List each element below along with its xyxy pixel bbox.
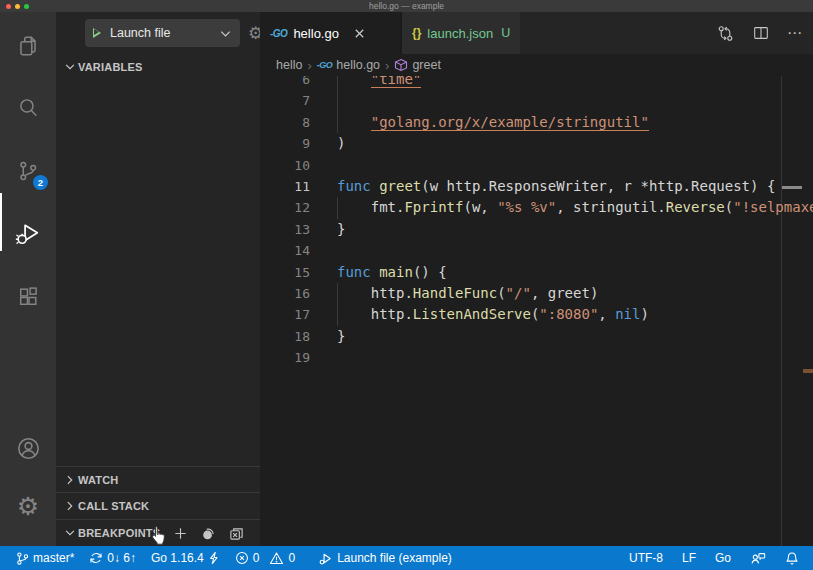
- symbol-method-icon: [394, 58, 408, 72]
- close-icon: [353, 27, 366, 40]
- code-line: 6 "time": [260, 76, 813, 90]
- window-controls[interactable]: [6, 4, 29, 9]
- split-editor-icon[interactable]: [752, 24, 770, 42]
- breadcrumb-separator: ›: [385, 58, 389, 73]
- go-file-icon: ‑GO: [317, 60, 333, 70]
- account-icon: [15, 435, 42, 462]
- sidebar-item-run-and-debug[interactable]: [0, 208, 56, 260]
- code-line: 14: [260, 240, 813, 261]
- open-changes-icon[interactable]: [716, 24, 735, 43]
- variables-empty-body: [56, 80, 260, 466]
- run-and-debug-sidebar: Launch file ⚙ VARIABLES WATCH CALL STACK: [56, 12, 260, 546]
- git-branch-icon: [15, 551, 29, 566]
- line-number: 17: [260, 304, 310, 325]
- line-number: 12: [260, 197, 310, 218]
- line-number: 15: [260, 262, 310, 283]
- overview-ruler-mark: [782, 186, 802, 189]
- sidebar-item-source-control[interactable]: 2: [0, 145, 56, 197]
- accounts-button[interactable]: [0, 422, 56, 474]
- debug-run-icon: [318, 551, 333, 566]
- chevron-down-icon: [64, 527, 76, 539]
- tab-label: launch.json: [427, 26, 493, 41]
- language-mode-status[interactable]: Go: [715, 551, 731, 565]
- run-and-debug-icon: [14, 220, 42, 248]
- close-tab-button[interactable]: [353, 27, 366, 40]
- line-number: 7: [260, 90, 310, 111]
- code-line: 10: [260, 155, 813, 176]
- close-window-button[interactable]: [6, 4, 11, 9]
- section-variables[interactable]: VARIABLES: [56, 54, 260, 80]
- warning-icon: [269, 551, 284, 565]
- line-number: 14: [260, 240, 310, 261]
- problems-status[interactable]: 0 0: [235, 551, 295, 565]
- notifications-button[interactable]: [785, 551, 799, 566]
- sidebar-item-search[interactable]: [0, 82, 56, 134]
- line-number: 18: [260, 326, 310, 347]
- configure-launch-gear-icon[interactable]: ⚙: [248, 25, 260, 42]
- line-number: 11: [260, 176, 310, 197]
- breadcrumb-folder[interactable]: hello: [276, 58, 302, 72]
- line-number: 10: [260, 155, 310, 176]
- code-line: 9): [260, 133, 813, 154]
- error-icon: [235, 551, 249, 565]
- section-label: VARIABLES: [78, 61, 143, 73]
- feedback-icon: [750, 551, 766, 566]
- launch-config-dropdown[interactable]: Launch file: [85, 19, 240, 47]
- feedback-button[interactable]: [750, 551, 766, 566]
- sidebar-item-extensions[interactable]: [0, 271, 56, 323]
- vscode-window: hello.go — example: [0, 0, 813, 570]
- section-label: WATCH: [78, 474, 119, 486]
- debug-launch-status[interactable]: Launch file (example): [318, 551, 452, 566]
- window-title: hello.go — example: [369, 1, 444, 11]
- minimize-window-button[interactable]: [15, 4, 20, 9]
- tab-label: hello.go: [293, 26, 339, 41]
- code-line: 8 "golang.org/x/example/stringutil": [260, 112, 813, 133]
- gear-icon: ⚙: [17, 494, 39, 519]
- breadcrumb: hello › ‑GO hello.go › greet: [260, 54, 813, 76]
- manage-button[interactable]: ⚙: [0, 480, 56, 532]
- launch-config-label: Launch file: [110, 26, 219, 40]
- sync-icon: [89, 551, 103, 565]
- chevron-down-icon: [64, 61, 76, 73]
- toggle-breakpoints-icon[interactable]: [201, 526, 216, 541]
- breadcrumb-symbol[interactable]: greet: [394, 58, 441, 72]
- scm-badge: 2: [33, 175, 48, 190]
- editor-group: ‑GO hello.go {} launch.json U: [260, 12, 813, 546]
- code-editor[interactable]: 6 "time"78 "golang.org/x/example/stringu…: [260, 76, 813, 546]
- git-status-untracked: U: [501, 26, 510, 40]
- tab-hello-go[interactable]: ‑GO hello.go: [260, 12, 400, 54]
- add-function-breakpoint-icon[interactable]: [173, 526, 188, 541]
- extensions-icon: [16, 285, 41, 310]
- section-breakpoints[interactable]: BREAKPOINTS: [56, 519, 260, 546]
- section-label: CALL STACK: [78, 500, 149, 512]
- remove-all-breakpoints-icon[interactable]: [229, 526, 244, 541]
- code-line: 12 fmt.Fprintf(w, "%s %v", stringutil.Re…: [260, 197, 813, 218]
- breadcrumb-file[interactable]: ‑GO hello.go: [317, 58, 380, 72]
- git-branch-status[interactable]: master*: [15, 551, 74, 566]
- line-number: 9: [260, 133, 310, 154]
- status-bar: master* 0↓ 6↑ Go 1.16.4 0: [0, 546, 813, 570]
- code-line: 17 http.ListenAndServe(":8080", nil): [260, 304, 813, 325]
- section-call-stack[interactable]: CALL STACK: [56, 492, 260, 519]
- code-line: 18}: [260, 326, 813, 347]
- zoom-window-button[interactable]: [24, 4, 29, 9]
- git-sync-status[interactable]: 0↓ 6↑: [89, 551, 136, 565]
- overview-ruler-mark: [803, 369, 813, 373]
- start-debug-icon[interactable]: [93, 28, 101, 38]
- chevron-right-icon: [64, 474, 76, 486]
- code-line: 7: [260, 90, 813, 111]
- more-actions-icon[interactable]: ⋯: [787, 24, 803, 42]
- eol-status[interactable]: LF: [682, 551, 696, 565]
- search-icon: [16, 96, 41, 121]
- section-label: BREAKPOINTS: [78, 527, 160, 539]
- code-line: 15func main() {: [260, 262, 813, 283]
- line-number: 19: [260, 347, 310, 368]
- debug-toolbar: Launch file ⚙: [56, 12, 260, 54]
- sidebar-item-explorer[interactable]: [0, 20, 56, 72]
- line-number: 13: [260, 219, 310, 240]
- tab-launch-json[interactable]: {} launch.json U: [400, 12, 520, 54]
- section-watch[interactable]: WATCH: [56, 466, 260, 492]
- go-version-status[interactable]: Go 1.16.4: [151, 551, 220, 565]
- encoding-status[interactable]: UTF-8: [629, 551, 663, 565]
- code-lines: 6 "time"78 "golang.org/x/example/stringu…: [260, 76, 813, 368]
